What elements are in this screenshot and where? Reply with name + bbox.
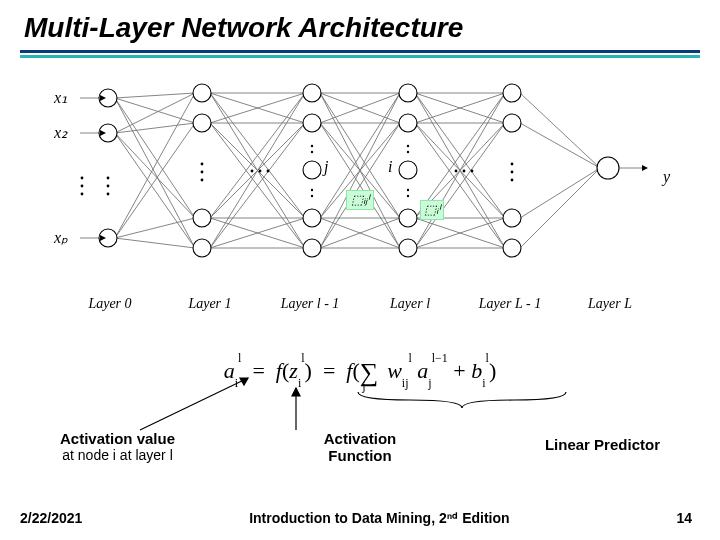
annotation-row: Activation value at node i at layer l Ac… bbox=[60, 430, 660, 464]
annot-linear-predictor: Linear Predictor bbox=[545, 436, 660, 453]
footer-center: Introduction to Data Mining, 2ⁿᵈ Edition bbox=[82, 510, 676, 526]
svg-marker-123 bbox=[292, 388, 300, 396]
annot-av-title: Activation value bbox=[60, 430, 175, 447]
footer-date: 2/22/2021 bbox=[20, 510, 82, 526]
annot-activation-value: Activation value at node i at layer l bbox=[60, 430, 175, 463]
annot-av-sub: at node i at layer l bbox=[60, 447, 175, 463]
slide-footer: 2/22/2021 Introduction to Data Mining, 2… bbox=[20, 510, 692, 526]
footer-page: 14 bbox=[676, 510, 692, 526]
svg-line-120 bbox=[140, 378, 248, 430]
annot-activation-function: Activation Function bbox=[324, 430, 397, 464]
